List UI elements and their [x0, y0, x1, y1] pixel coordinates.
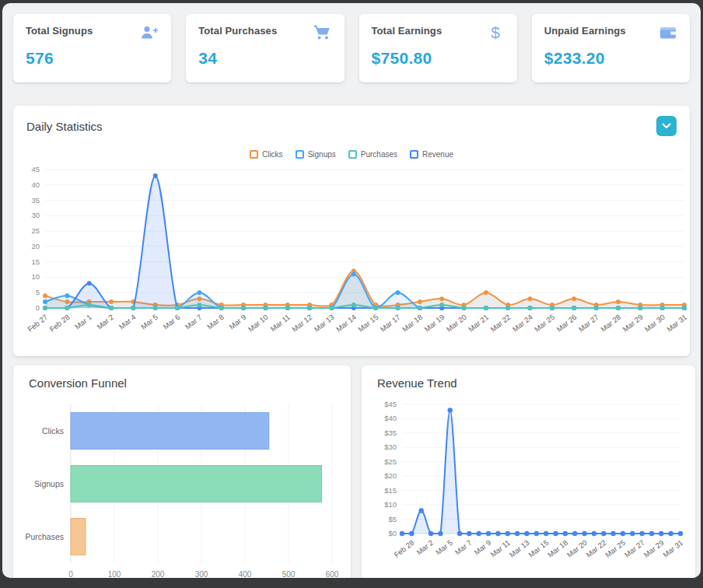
legend-swatch-icon: [410, 150, 418, 159]
svg-text:Mar 2: Mar 2: [95, 313, 115, 331]
legend-item-revenue[interactable]: Revenue: [410, 150, 453, 159]
svg-text:Mar 24: Mar 24: [511, 313, 534, 334]
svg-text:10: 10: [31, 272, 40, 281]
svg-text:$30: $30: [384, 443, 397, 451]
svg-text:Mar 29: Mar 29: [642, 538, 665, 559]
legend-swatch-icon: [296, 150, 304, 159]
legend-item-clicks[interactable]: Clicks: [250, 150, 283, 159]
svg-text:Mar 7: Mar 7: [453, 538, 474, 557]
svg-text:400: 400: [239, 570, 252, 578]
dollar-icon: $: [486, 23, 505, 42]
svg-text:Mar 4: Mar 4: [117, 313, 138, 331]
svg-text:Signups: Signups: [34, 479, 64, 488]
svg-text:Mar 31: Mar 31: [661, 538, 684, 559]
svg-text:Mar 22: Mar 22: [488, 313, 512, 334]
svg-text:Mar 18: Mar 18: [546, 538, 569, 559]
svg-text:Mar 29: Mar 29: [621, 313, 644, 334]
svg-text:Mar 12: Mar 12: [290, 313, 313, 334]
svg-text:Mar 9: Mar 9: [227, 313, 247, 331]
svg-text:5: 5: [36, 288, 40, 296]
svg-text:40: 40: [31, 180, 40, 189]
svg-text:Mar 30: Mar 30: [643, 313, 666, 334]
svg-text:Mar 8: Mar 8: [205, 313, 226, 331]
revenue-trend-title: Revenue Trend: [371, 376, 457, 390]
svg-text:Mar 20: Mar 20: [565, 538, 589, 559]
svg-text:Mar 28: Mar 28: [599, 313, 622, 334]
legend-item-signups[interactable]: Signups: [296, 150, 336, 159]
svg-text:300: 300: [195, 570, 208, 578]
unpaid-earnings-card: Unpaid Earnings $233.20: [532, 14, 690, 82]
svg-text:$5: $5: [388, 515, 397, 523]
svg-text:35: 35: [31, 196, 40, 205]
conversion-funnel-chart[interactable]: 0100200300400500600ClicksSignupsPurchase…: [23, 397, 341, 578]
daily-statistics-title: Daily Statistics: [26, 120, 103, 133]
svg-text:$45: $45: [384, 400, 397, 408]
svg-text:100: 100: [108, 570, 121, 578]
svg-text:Mar 19: Mar 19: [422, 313, 446, 334]
unpaid-earnings-value: $233.20: [544, 49, 677, 68]
svg-text:Mar 10: Mar 10: [247, 313, 270, 334]
svg-text:Mar 5: Mar 5: [434, 538, 454, 557]
svg-text:$0: $0: [388, 529, 397, 537]
svg-text:Mar 31: Mar 31: [665, 313, 688, 334]
svg-text:$40: $40: [384, 414, 397, 422]
svg-text:Mar 15: Mar 15: [356, 313, 379, 334]
svg-text:500: 500: [282, 570, 296, 578]
svg-text:Feb 28: Feb 28: [47, 313, 71, 334]
svg-text:25: 25: [31, 226, 40, 235]
stat-cards-row: Total Signups 576 Total Purchases: [2, 3, 701, 82]
daily-statistics-legend: ClicksSignupsPurchasesRevenue: [22, 150, 681, 159]
svg-text:Mar 26: Mar 26: [554, 313, 578, 334]
total-signups-card: Total Signups 576: [13, 14, 171, 82]
svg-text:Mar 1: Mar 1: [73, 313, 93, 331]
svg-text:600: 600: [326, 570, 339, 578]
svg-text:Mar 22: Mar 22: [584, 538, 607, 559]
bottom-charts-row: Conversion Funnel 0100200300400500600Cli…: [13, 366, 690, 578]
svg-text:Mar 11: Mar 11: [488, 538, 512, 558]
svg-text:Mar 15: Mar 15: [526, 538, 550, 559]
chevron-down-icon: [662, 123, 671, 129]
total-earnings-card: Total Earnings $ $750.80: [359, 14, 517, 82]
svg-text:30: 30: [31, 211, 40, 219]
total-earnings-label: Total Earnings: [372, 25, 442, 37]
legend-item-purchases[interactable]: Purchases: [348, 150, 397, 159]
svg-text:Mar 21: Mar 21: [467, 313, 490, 334]
svg-text:Mar 25: Mar 25: [533, 313, 556, 334]
svg-text:Mar 18: Mar 18: [400, 313, 424, 334]
svg-text:Mar 20: Mar 20: [445, 313, 468, 334]
legend-swatch-icon: [250, 150, 258, 159]
svg-text:$35: $35: [384, 429, 397, 437]
svg-text:$10: $10: [384, 500, 397, 509]
person-add-icon: [140, 23, 159, 42]
svg-text:Clicks: Clicks: [42, 426, 64, 436]
svg-text:15: 15: [31, 257, 40, 266]
conversion-funnel-title: Conversion Funnel: [23, 376, 127, 390]
legend-label: Purchases: [361, 150, 397, 159]
svg-text:$15: $15: [384, 486, 397, 495]
cart-icon: [313, 23, 332, 42]
daily-statistics-chart[interactable]: 051015202530354045Feb 27Feb 28Mar 1Mar 2…: [22, 162, 692, 348]
svg-text:Feb 28: Feb 28: [392, 538, 415, 559]
svg-text:Mar 27: Mar 27: [577, 313, 600, 334]
legend-label: Revenue: [422, 150, 453, 159]
total-signups-label: Total Signups: [26, 25, 93, 37]
total-earnings-value: $750.80: [372, 49, 505, 68]
svg-text:200: 200: [152, 570, 165, 578]
daily-statistics-dropdown-button[interactable]: [656, 116, 677, 136]
svg-text:45: 45: [31, 165, 40, 173]
legend-label: Signups: [308, 150, 336, 159]
wallet-icon: [659, 23, 677, 42]
svg-text:Mar 27: Mar 27: [623, 538, 646, 559]
revenue-trend-panel: Revenue Trend $0$5$10$15$20$25$30$35$40$…: [362, 366, 695, 578]
svg-text:$25: $25: [384, 457, 397, 466]
svg-text:Mar 14: Mar 14: [334, 313, 358, 334]
total-purchases-label: Total Purchases: [198, 25, 277, 37]
svg-text:Mar 2: Mar 2: [414, 538, 435, 557]
svg-text:Mar 11: Mar 11: [268, 313, 292, 333]
svg-text:Mar 25: Mar 25: [603, 538, 627, 559]
revenue-trend-chart[interactable]: $0$5$10$15$20$25$30$35$40$45Feb 28Mar 2M…: [371, 395, 689, 577]
legend-label: Clicks: [262, 150, 283, 159]
svg-text:Mar 7: Mar 7: [184, 313, 204, 331]
total-purchases-card: Total Purchases 34: [186, 14, 344, 82]
svg-text:Mar 5: Mar 5: [139, 313, 159, 331]
